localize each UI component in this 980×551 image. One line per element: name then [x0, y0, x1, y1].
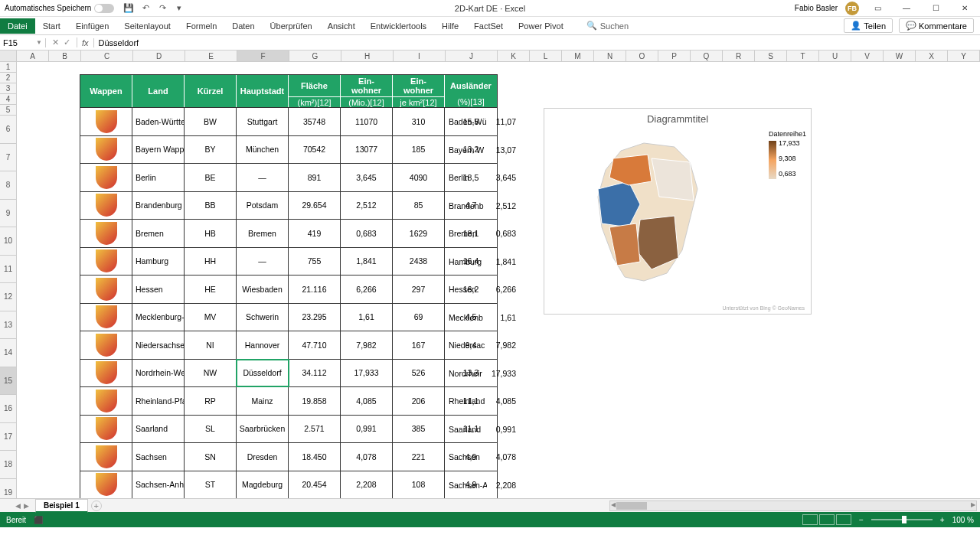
list-item[interactable]: Hessen6,266	[449, 276, 516, 304]
user-avatar[interactable]: FB	[845, 2, 859, 15]
scroll-left-icon[interactable]: ◀	[611, 501, 616, 508]
col-header[interactable]: Q	[691, 51, 723, 61]
formula-input[interactable]: Düsseldorf	[94, 38, 980, 47]
enter-formula-icon[interactable]: ✓	[64, 37, 70, 47]
col-header[interactable]: T	[787, 51, 819, 61]
col-header[interactable]: V	[851, 51, 884, 61]
name-box[interactable]: F15 ▼	[0, 38, 46, 47]
save-icon[interactable]: 💾	[123, 3, 134, 14]
fx-icon[interactable]: fx	[77, 38, 94, 47]
tab-powerpivot[interactable]: Power Pivot	[511, 18, 571, 34]
grid[interactable]: 12345678910111213141516171819 Wappen Lan…	[0, 62, 980, 498]
tab-developer[interactable]: Entwicklertools	[363, 18, 434, 34]
col-header[interactable]: P	[658, 51, 691, 61]
col-header[interactable]: F	[237, 51, 289, 61]
tab-formulas[interactable]: Formeln	[178, 18, 224, 34]
table-row[interactable]: Brandenburg BB Potsdam 29.654 2,512 85 4…	[80, 191, 497, 220]
list-item[interactable]: Hamburg1,841	[449, 248, 516, 276]
row-header[interactable]: 4	[0, 94, 17, 105]
select-all-button[interactable]	[0, 51, 17, 61]
row-header[interactable]: 19	[0, 479, 17, 499]
row-header[interactable]: 14	[0, 339, 17, 367]
table-row[interactable]: Nordrhein-West NW Düsseldorf 34.112 17,9…	[80, 359, 497, 387]
table-row[interactable]: Rheinland-Pfalz RP Mainz 19.858 4,085 20…	[80, 386, 497, 415]
share-button[interactable]: 👤Teilen	[844, 18, 893, 33]
sheet-next-icon[interactable]: ▶	[24, 502, 29, 510]
list-item[interactable]: Brandenb2,512	[449, 192, 516, 220]
col-header[interactable]: M	[562, 51, 594, 61]
zoom-slider[interactable]	[871, 519, 933, 520]
add-sheet-button[interactable]: +	[91, 500, 102, 511]
undo-icon[interactable]: ↶	[140, 3, 151, 14]
zoom-level[interactable]: 100 %	[952, 516, 974, 524]
view-pagebreak-icon[interactable]	[836, 514, 851, 525]
list-item[interactable]: Nordrheir17,933	[449, 360, 516, 388]
scrollbar-thumb[interactable]	[616, 502, 647, 510]
col-header[interactable]: B	[49, 51, 81, 61]
scroll-right-icon[interactable]: ▶	[971, 501, 975, 508]
user-name[interactable]: Fabio Basler	[795, 4, 838, 12]
row-header[interactable]: 11	[0, 256, 17, 284]
row-header[interactable]: 12	[0, 283, 17, 311]
col-header[interactable]: G	[289, 51, 341, 61]
tab-view[interactable]: Ansicht	[320, 18, 363, 34]
list-item[interactable]: Sachsen-A2,208	[449, 471, 516, 499]
table-row[interactable]: Berlin BE — 891 3,645 4090 18,5	[80, 163, 497, 191]
row-header[interactable]: 18	[0, 451, 17, 479]
list-item[interactable]: Bayern W13,07	[449, 136, 516, 165]
row-header[interactable]: 15	[0, 367, 17, 396]
col-header[interactable]: Y	[948, 51, 980, 61]
table-row[interactable]: Hamburg HH — 755 1,841 2438 16,4	[80, 247, 497, 276]
row-header[interactable]: 5	[0, 105, 17, 116]
row-header[interactable]: 9	[0, 200, 17, 228]
view-normal-icon[interactable]	[802, 514, 818, 525]
col-header[interactable]: U	[819, 51, 851, 61]
col-header[interactable]: J	[446, 51, 498, 61]
col-header[interactable]: I	[394, 51, 446, 61]
ribbon-display-icon[interactable]: ▭	[867, 1, 888, 16]
list-item[interactable]: Rheinland4,085	[449, 387, 516, 416]
list-item[interactable]: Sachsen4,078	[449, 443, 516, 471]
list-item[interactable]: Mecklenb1,61	[449, 304, 516, 332]
table-row[interactable]: Bayern Wappen BY München 70542 13077 185…	[80, 135, 497, 164]
tab-help[interactable]: Hilfe	[434, 18, 466, 34]
col-header[interactable]: K	[498, 51, 530, 61]
zoom-out-icon[interactable]: −	[859, 516, 864, 524]
table-row[interactable]: Hessen HE Wiesbaden 21.116 6,266 297 16,…	[80, 275, 497, 303]
row-header[interactable]: 8	[0, 171, 17, 200]
col-header[interactable]: S	[755, 51, 787, 61]
view-pagelayout-icon[interactable]	[819, 514, 835, 525]
qat-customize-icon[interactable]: ▾	[174, 3, 185, 14]
list-item[interactable]: Berlin3,645	[449, 164, 516, 192]
col-header[interactable]: E	[185, 51, 237, 61]
comments-button[interactable]: 💬Kommentare	[899, 18, 974, 33]
list-item[interactable]: Saarland0,991	[449, 416, 516, 444]
col-header[interactable]: X	[916, 51, 948, 61]
tell-me-search[interactable]: 🔍 Suchen	[586, 21, 629, 31]
row-header[interactable]: 16	[0, 395, 17, 423]
table-row[interactable]: Bremen HB Bremen 419 0,683 1629 18,1	[80, 219, 497, 247]
toggle-switch-icon[interactable]	[94, 4, 114, 13]
col-header[interactable]: D	[133, 51, 185, 61]
col-header[interactable]: H	[341, 51, 394, 61]
col-header[interactable]: A	[17, 51, 49, 61]
minimize-icon[interactable]: —	[896, 1, 917, 16]
close-icon[interactable]: ✕	[954, 1, 975, 16]
table-row[interactable]: Baden-Württem BW Stuttgart 35748 11070 3…	[80, 107, 497, 135]
tab-review[interactable]: Überprüfen	[263, 18, 320, 34]
row-header[interactable]: 6	[0, 116, 17, 144]
map-chart[interactable]: Diagrammtitel Datenreihe1 17,933 9,308 0…	[544, 108, 812, 315]
sheet-tab-active[interactable]: Beispiel 1	[35, 499, 88, 513]
table-row[interactable]: Sachsen SN Dresden 18.450 4,078 221 4,9	[80, 442, 497, 471]
tab-data[interactable]: Daten	[224, 18, 262, 34]
col-header[interactable]: R	[723, 51, 755, 61]
row-header[interactable]: 13	[0, 311, 17, 340]
cancel-formula-icon[interactable]: ✕	[52, 37, 59, 47]
table-row[interactable]: Mecklenburg-Vo MV Schwerin 23.295 1,61 6…	[80, 303, 497, 331]
tab-insert[interactable]: Einfügen	[68, 18, 116, 34]
tab-start[interactable]: Start	[35, 18, 68, 34]
table-row[interactable]: Saarland SL Saarbrücken 2.571 0,991 385 …	[80, 415, 497, 443]
row-header[interactable]: 10	[0, 227, 17, 256]
tab-pagelayout[interactable]: Seitenlayout	[116, 18, 178, 34]
horizontal-scrollbar[interactable]: ◀ ▶	[609, 500, 977, 511]
